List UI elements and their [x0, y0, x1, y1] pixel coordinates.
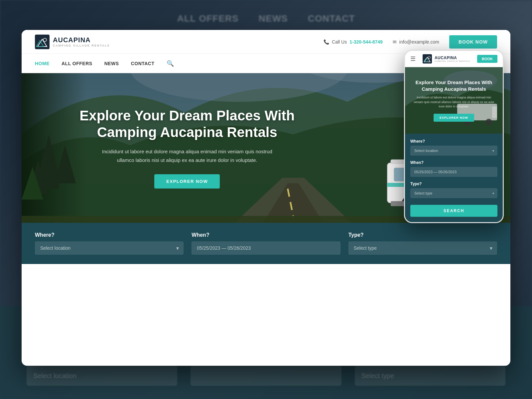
nav-item-home: HOME: [35, 61, 50, 66]
phone-search-button[interactable]: SEARCH: [410, 205, 497, 217]
header-contact: 📞 Call Us 1-320-544-8749 ✉ info@example.…: [324, 35, 497, 49]
email-contact: ✉ info@example.com: [393, 39, 439, 45]
hero-subtitle: Incididunt ut labore eut dolore magna al…: [94, 147, 280, 164]
phone-icon: 📞: [324, 39, 329, 45]
bg-nav: ALL OFFERS NEWS CONTACT: [0, 13, 532, 24]
where-field: Where? Select location ▾: [35, 232, 184, 255]
phone-where-label: Where?: [410, 139, 497, 144]
email-icon: ✉: [393, 39, 397, 45]
when-label: When?: [192, 232, 340, 238]
bg-nav-all-offers: ALL OFFERS: [177, 13, 238, 24]
nav-contact-link[interactable]: CONTACT: [131, 61, 155, 66]
svg-rect-28: [423, 54, 432, 64]
hero-title: Explore Your Dream Places With Camping A…: [48, 107, 326, 141]
phone-where-select-wrapper: Select location ▾: [410, 146, 497, 156]
nav-item-all-offers: ALL OFFERS: [62, 61, 92, 66]
type-select-wrapper: Select type ▾: [348, 241, 497, 255]
phone-type-field: Type? Select type ▾: [410, 182, 497, 198]
type-select[interactable]: Select type: [348, 241, 497, 255]
logo: AUCAPINA CAMPING VILLAGE RENTALS: [35, 35, 110, 49]
nav-search-icon[interactable]: 🔍: [167, 60, 174, 67]
phone-logo-icon: [423, 54, 432, 64]
phone-where-select[interactable]: Select location: [410, 146, 497, 156]
phone-logo-text: AUCAPINA CAMPING VEHICLE RENTALS: [435, 56, 470, 62]
book-now-button[interactable]: BOOK NOW: [449, 35, 497, 49]
phone-hero-content: Explore Your Dream Places With Camping A…: [405, 72, 503, 128]
when-field: When?: [192, 232, 340, 255]
where-label: Where?: [35, 232, 184, 238]
phone-type-label: Type?: [410, 182, 497, 186]
bg-when-input: [191, 366, 341, 386]
hero-content: Explore Your Dream Places With Camping A…: [22, 107, 339, 189]
bg-type-input: Select type: [355, 366, 505, 386]
phone-explorer-button[interactable]: EXPLORER NOW: [434, 114, 474, 122]
phone-link[interactable]: 1-320-544-8749: [349, 39, 383, 45]
bg-nav-news: NEWS: [259, 13, 288, 24]
phone-when-input[interactable]: [410, 167, 497, 177]
phone-logo: AUCAPINA CAMPING VEHICLE RENTALS: [423, 54, 470, 64]
where-select-wrapper: Select location ▾: [35, 241, 184, 255]
phone-search: Where? Select location ▾ When? Type? Sel…: [405, 134, 503, 222]
phone-when-label: When?: [410, 160, 497, 165]
phone-book-button[interactable]: BOOK: [477, 55, 497, 63]
where-select[interactable]: Select location: [35, 241, 184, 255]
nav-item-search: 🔍: [167, 60, 174, 67]
phone-hero-title: Explore Your Dream Places With Camping A…: [412, 79, 496, 92]
bg-where-input: Select location: [27, 366, 177, 386]
phone-type-select-wrapper: Select type ▾: [410, 188, 497, 198]
phone-hero-subtitle: Incididunt ut labore eut dolore magna al…: [412, 95, 496, 109]
when-input[interactable]: [192, 241, 340, 255]
nav-home-link[interactable]: HOME: [35, 61, 50, 66]
svg-rect-0: [35, 35, 50, 49]
logo-icon: [35, 35, 50, 49]
nav-all-offers-link[interactable]: ALL OFFERS: [62, 61, 92, 66]
phone-mockup: ☰ AUCAPINA CAMPING VEHICLE RENTALS BOOK: [404, 50, 504, 223]
nav-links: HOME ALL OFFERS NEWS CONTACT 🔍: [35, 60, 174, 67]
phone-header: ☰ AUCAPINA CAMPING VEHICLE RENTALS BOOK: [405, 51, 503, 67]
bg-nav-contact: CONTACT: [308, 13, 355, 24]
phone-label: Call Us: [332, 39, 347, 45]
phone-contact: 📞 Call Us 1-320-544-8749: [324, 39, 383, 45]
type-label: Type?: [348, 232, 497, 238]
explorer-now-button[interactable]: EXPLORER NOW: [154, 174, 220, 189]
phone-where-field: Where? Select location ▾: [410, 139, 497, 156]
nav-item-contact: CONTACT: [131, 61, 155, 66]
phone-hero: Explore Your Dream Places With Camping A…: [405, 67, 503, 134]
search-bar: Where? Select location ▾ When? Type? Sel…: [22, 223, 510, 264]
nav-item-news: NEWS: [104, 61, 119, 66]
phone-type-select[interactable]: Select type: [410, 188, 497, 198]
email-address: info@example.com: [399, 39, 439, 45]
phone-menu-icon[interactable]: ☰: [410, 55, 416, 63]
phone-when-field: When?: [410, 160, 497, 177]
logo-text: AUCAPINA CAMPING VILLAGE RENTALS: [53, 36, 110, 47]
logo-sub: CAMPING VILLAGE RENTALS: [53, 44, 110, 47]
type-field: Type? Select type ▾: [348, 232, 497, 255]
logo-name: AUCAPINA: [53, 36, 110, 44]
nav-news-link[interactable]: NEWS: [104, 61, 119, 66]
